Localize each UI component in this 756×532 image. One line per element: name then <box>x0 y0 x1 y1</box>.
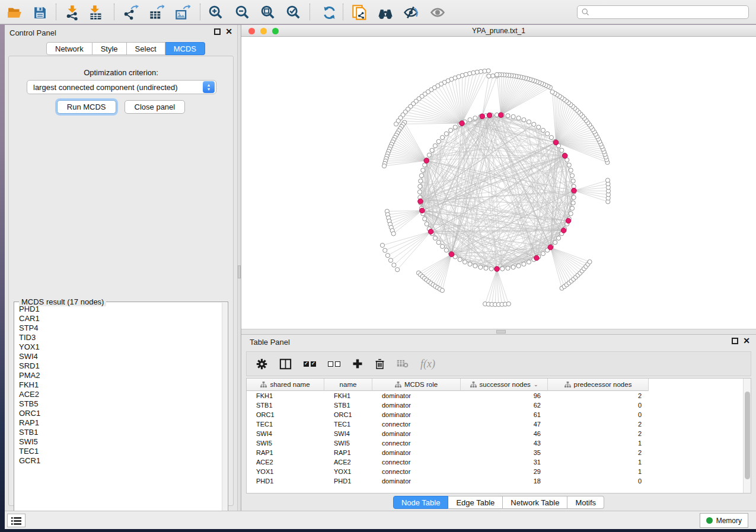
table-row[interactable]: TEC1TEC1connector472 <box>247 419 741 429</box>
column-header-MCDS-role[interactable]: MCDS role <box>372 379 461 391</box>
mcds-list-scrollbar[interactable] <box>222 303 227 521</box>
mcds-result-item[interactable]: ORC1 <box>19 409 221 418</box>
table-cell: 1 <box>548 457 649 467</box>
select-stepper-icon: ▲▼ <box>203 81 215 93</box>
mcds-tab-content: Optimization criterion: largest connecte… <box>8 56 234 506</box>
export-network-icon[interactable] <box>122 4 139 21</box>
mcds-result-item[interactable]: SRD1 <box>19 361 221 371</box>
save-icon[interactable] <box>31 4 49 21</box>
zoom-selected-icon[interactable] <box>285 4 302 21</box>
table-row[interactable]: YOX1YOX1connector291 <box>247 467 741 476</box>
table-row[interactable]: PHD1PHD1dominator180 <box>247 476 741 486</box>
float-panel-icon[interactable] <box>732 338 738 344</box>
show-columns-icon[interactable] <box>279 358 292 370</box>
open-file-icon[interactable] <box>6 4 24 21</box>
tab-mcds[interactable]: MCDS <box>165 42 205 55</box>
delete-trash-icon[interactable] <box>375 358 385 370</box>
mcds-result-item[interactable]: PHD1 <box>19 305 221 314</box>
mcds-result-item[interactable]: CAR1 <box>19 314 221 323</box>
tab-network-table[interactable]: Network Table <box>503 496 567 509</box>
mcds-result-group: MCDS result (17 nodes) PHD1CAR1STP4TID3Y… <box>14 302 228 522</box>
export-table-icon[interactable] <box>147 4 165 21</box>
table-cell: dominator <box>372 476 461 486</box>
horizontal-splitter[interactable] <box>241 329 756 335</box>
refresh-icon[interactable] <box>320 4 338 21</box>
table-vertical-scrollbar[interactable] <box>743 379 751 493</box>
import-network-icon[interactable] <box>64 4 82 21</box>
tab-node-table[interactable]: Node Table <box>393 496 449 509</box>
close-panel-button[interactable]: Close panel <box>125 100 186 114</box>
show-all-eye-icon[interactable] <box>429 4 446 21</box>
zoom-fit-icon[interactable] <box>259 4 277 21</box>
column-header-shared-name[interactable]: shared name <box>247 379 324 391</box>
mcds-result-item[interactable]: GCR1 <box>19 456 221 466</box>
table-settings-gear-icon[interactable] <box>256 358 267 370</box>
close-panel-icon[interactable]: ✕ <box>743 338 750 344</box>
zoom-out-icon[interactable] <box>234 4 251 21</box>
table-row[interactable]: SWI4SWI4dominator462 <box>247 429 741 438</box>
table-row[interactable]: SWI5SWI5connector431 <box>247 438 741 448</box>
float-panel-icon[interactable] <box>214 28 221 35</box>
splitter-handle[interactable] <box>238 265 241 278</box>
table-cell: ACE2 <box>324 457 372 467</box>
search-binoculars-icon[interactable] <box>377 4 394 21</box>
mcds-result-item[interactable]: STB5 <box>19 399 221 409</box>
tab-select[interactable]: Select <box>127 42 165 55</box>
splitter-handle[interactable] <box>496 330 506 334</box>
network-window-titlebar[interactable]: YPA_prune.txt_1 <box>241 25 756 37</box>
table-row[interactable]: ORC1ORC1dominator610 <box>247 410 741 419</box>
table-cell: PHD1 <box>247 476 324 486</box>
tab-style[interactable]: Style <box>92 42 127 55</box>
task-history-button[interactable] <box>7 514 25 527</box>
add-icon[interactable] <box>352 358 363 369</box>
tab-edge-table[interactable]: Edge Table <box>448 496 503 509</box>
tab-motifs[interactable]: Motifs <box>567 496 604 509</box>
export-image-icon[interactable] <box>173 4 191 21</box>
mcds-result-item[interactable]: ACE2 <box>19 390 221 399</box>
mcds-result-item[interactable]: SWI5 <box>19 437 221 447</box>
deselect-all-icon[interactable] <box>328 361 340 367</box>
table-row[interactable]: RAP1RAP1dominator352 <box>247 448 741 457</box>
mcds-result-item[interactable]: YOX1 <box>19 342 221 352</box>
table-cell: dominator <box>372 410 461 419</box>
vertical-splitter[interactable] <box>237 25 241 511</box>
hide-unhide-icon[interactable] <box>402 4 420 21</box>
node-table: shared namenameMCDS rolesuccessor nodes⌄… <box>246 378 751 493</box>
table-cell: RAP1 <box>247 448 324 457</box>
mcds-result-item[interactable]: TEC1 <box>19 447 221 456</box>
table-row[interactable]: ACE2ACE2connector311 <box>247 457 741 467</box>
search-field[interactable] <box>577 5 749 19</box>
mcds-result-item[interactable]: RAP1 <box>19 418 221 428</box>
mcds-result-item[interactable]: FKH1 <box>19 380 221 390</box>
control-panel-title: Control Panel <box>9 28 56 37</box>
table-cell: 2 <box>548 419 649 429</box>
optimization-criterion-select[interactable]: largest connected component (undirected)… <box>27 80 216 94</box>
table-cell: dominator <box>372 429 461 438</box>
column-header-name[interactable]: name <box>324 379 372 391</box>
select-all-icon[interactable] <box>304 361 316 367</box>
mcds-result-item[interactable]: PMA2 <box>19 371 221 380</box>
table-cell: 2 <box>548 448 649 457</box>
tab-network[interactable]: Network <box>46 42 92 55</box>
network-file-share-icon[interactable] <box>351 4 369 21</box>
table-row[interactable]: STB1STB1dominator620 <box>247 400 741 410</box>
network-canvas[interactable] <box>241 37 756 329</box>
memory-status-icon <box>706 517 713 524</box>
scrollbar-thumb[interactable] <box>745 392 750 479</box>
zoom-in-icon[interactable] <box>207 4 225 21</box>
table-cell: 61 <box>461 410 548 419</box>
close-panel-icon[interactable]: ✕ <box>225 28 232 35</box>
run-mcds-button[interactable]: Run MCDS <box>57 100 116 114</box>
memory-button[interactable]: Memory <box>700 513 748 528</box>
column-header-successor-nodes[interactable]: successor nodes⌄ <box>461 379 548 391</box>
mcds-result-item[interactable]: SWI4 <box>19 352 221 361</box>
search-input[interactable] <box>590 8 748 17</box>
mcds-result-item[interactable]: STB1 <box>19 428 221 437</box>
column-header-predecessor-nodes[interactable]: predecessor nodes <box>548 379 649 391</box>
network-view-window: YPA_prune.txt_1 <box>241 25 756 329</box>
control-panel-tabs: NetworkStyleSelectMCDS <box>46 42 205 55</box>
import-table-icon[interactable] <box>87 4 104 21</box>
mcds-result-item[interactable]: TID3 <box>19 333 221 342</box>
table-row[interactable]: FKH1FKH1dominator962 <box>247 391 741 400</box>
mcds-result-item[interactable]: STP4 <box>19 323 221 333</box>
